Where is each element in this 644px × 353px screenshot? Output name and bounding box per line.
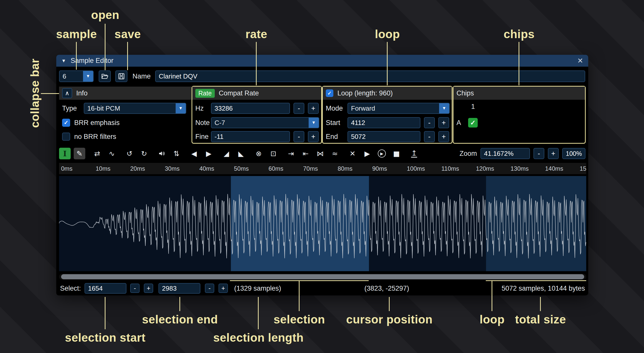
- selection-start-minus-button[interactable]: -: [130, 284, 140, 293]
- scrollbar-thumb[interactable]: [61, 274, 584, 279]
- toolbar-groups: I✎⇄∿↺↻⇅◀▶◢◣⊗⊡⇥⇤⋈≈✕▶▶■↥: [59, 148, 420, 159]
- zoom-reset-button[interactable]: 100%: [562, 148, 585, 159]
- selection-end-plus-button[interactable]: +: [219, 284, 228, 293]
- select-label: Select:: [60, 282, 81, 295]
- hz-minus-button[interactable]: -: [293, 103, 304, 114]
- undo-button[interactable]: ↺: [124, 148, 135, 159]
- waveform-display[interactable]: [59, 176, 586, 271]
- save-sample-button[interactable]: [115, 70, 127, 82]
- ruler-tick: 40ms: [199, 163, 214, 174]
- no-brr-filters-checkbox[interactable]: [62, 133, 70, 141]
- chevron-down-icon[interactable]: ▼: [83, 71, 93, 82]
- sample-number-select[interactable]: 6 ▼: [59, 70, 94, 82]
- chevron-up-icon: ∧: [65, 90, 69, 97]
- annotation-sample: sample: [56, 27, 97, 41]
- collapse-window-icon[interactable]: ▼: [61, 58, 66, 64]
- rate-header: Rate Compat Rate: [192, 87, 321, 100]
- selection-end-input[interactable]: [158, 283, 200, 294]
- preview-selection-icon: ▶: [378, 149, 386, 158]
- ruler-tick: 90ms: [372, 163, 387, 174]
- selection-end-minus-button[interactable]: -: [205, 284, 214, 293]
- chevron-down-icon[interactable]: ▼: [309, 118, 319, 128]
- chevron-down-icon[interactable]: ▼: [439, 103, 449, 113]
- waveform-scrollbar[interactable]: [59, 274, 586, 280]
- rate-badge: Rate: [195, 89, 215, 98]
- name-label: Name: [132, 70, 151, 83]
- trim-button[interactable]: ⊡: [267, 148, 279, 159]
- ruler-tick: 100ms: [407, 163, 425, 174]
- zoom-in-button[interactable]: +: [548, 148, 559, 159]
- floppy-save-icon: [118, 72, 125, 80]
- loop-end-minus-button[interactable]: -: [424, 131, 435, 142]
- hz-input[interactable]: [211, 103, 290, 114]
- ruler-tick: 50ms: [234, 163, 249, 174]
- brr-emphasis-checkbox[interactable]: ✓: [62, 119, 70, 127]
- annotation-line-rate: [256, 42, 257, 85]
- draw-button[interactable]: ✎: [74, 148, 85, 159]
- zoom-input[interactable]: [480, 148, 530, 159]
- loop-start-plus-button[interactable]: +: [438, 117, 449, 128]
- stop-preview-button[interactable]: ■: [391, 148, 402, 159]
- preview-button[interactable]: ▶: [361, 148, 373, 159]
- annotation-open: open: [91, 8, 119, 22]
- annotation-line-loop: [387, 42, 388, 85]
- annotation-line-selection-start: [105, 297, 105, 329]
- timeline-ruler[interactable]: 0ms10ms20ms30ms40ms50ms60ms70ms80ms90ms1…: [59, 163, 586, 174]
- annotation-line-open: [105, 24, 105, 70]
- annotation-line-save: [127, 42, 128, 70]
- zoom-controls: Zoom - + 100%: [460, 148, 585, 159]
- amplify-button[interactable]: [156, 148, 168, 159]
- selection-start-input[interactable]: [85, 283, 126, 294]
- resample-button[interactable]: ∿: [106, 148, 118, 159]
- select-button[interactable]: I: [59, 148, 71, 159]
- invert-button[interactable]: ▶: [203, 148, 214, 159]
- sample-type-select[interactable]: 16-bit PCM ▼: [84, 103, 186, 114]
- note-label: Note: [195, 119, 211, 127]
- resize-button[interactable]: ⇄: [91, 148, 103, 159]
- stop-preview-icon: ■: [393, 149, 400, 158]
- loop-enable-checkbox[interactable]: ✓: [326, 89, 333, 97]
- crossfade-button[interactable]: ⋈: [314, 148, 326, 159]
- annotation-collapse-bar: collapse bar: [28, 59, 42, 128]
- preview-selection-button[interactable]: ▶: [376, 148, 388, 159]
- fine-plus-button[interactable]: +: [308, 131, 319, 142]
- sample-type-value: 16-bit PCM: [84, 103, 176, 113]
- fine-minus-button[interactable]: -: [293, 131, 304, 142]
- loop-start-minus-button[interactable]: -: [424, 117, 435, 128]
- check-icon: ✓: [470, 119, 476, 127]
- fade-out-button[interactable]: ◣: [235, 148, 247, 159]
- insert-silence-button[interactable]: ⇥: [285, 148, 297, 159]
- close-icon[interactable]: ✕: [577, 57, 583, 65]
- collapse-section-button[interactable]: ∧: [62, 88, 72, 98]
- filter-button[interactable]: ≈: [329, 148, 341, 159]
- loop-mode-select[interactable]: Forward ▼: [347, 103, 450, 114]
- zoom-out-button[interactable]: -: [533, 148, 544, 159]
- reverse-button[interactable]: ◀: [188, 148, 200, 159]
- chevron-down-icon[interactable]: ▼: [176, 103, 186, 113]
- selection-start-plus-button[interactable]: +: [144, 284, 153, 293]
- chip-enable-checkbox[interactable]: ✓: [468, 118, 478, 128]
- apply-silence-button[interactable]: ⇤: [300, 148, 311, 159]
- loop-end-plus-button[interactable]: +: [438, 131, 449, 142]
- sample-name-input[interactable]: [155, 70, 585, 82]
- open-sample-button[interactable]: [99, 70, 111, 82]
- annotation-line-cursor-position: [389, 297, 390, 311]
- loop-start-input[interactable]: [347, 117, 420, 128]
- brr-emphasis-label: BRR emphasis: [74, 119, 120, 127]
- fade-in-button[interactable]: ◢: [221, 148, 232, 159]
- normalize-button[interactable]: ⇅: [171, 148, 182, 159]
- loop-end-input[interactable]: [347, 131, 420, 142]
- ruler-tick: 10ms: [96, 163, 111, 174]
- redo-button[interactable]: ↻: [138, 148, 150, 159]
- delete-button[interactable]: ✕: [347, 148, 358, 159]
- note-select[interactable]: C-7 ▼: [211, 117, 319, 128]
- fade-in-icon: ◢: [224, 149, 229, 158]
- fine-input[interactable]: [211, 131, 290, 142]
- normalize-icon: ⇅: [173, 149, 179, 158]
- import-button[interactable]: ↥: [408, 148, 420, 159]
- apply-silence-icon: ⇤: [303, 149, 308, 158]
- loop-end-label: End: [326, 133, 347, 141]
- silence-button[interactable]: ⊗: [253, 148, 264, 159]
- trim-icon: ⊡: [270, 149, 276, 158]
- hz-plus-button[interactable]: +: [308, 103, 319, 114]
